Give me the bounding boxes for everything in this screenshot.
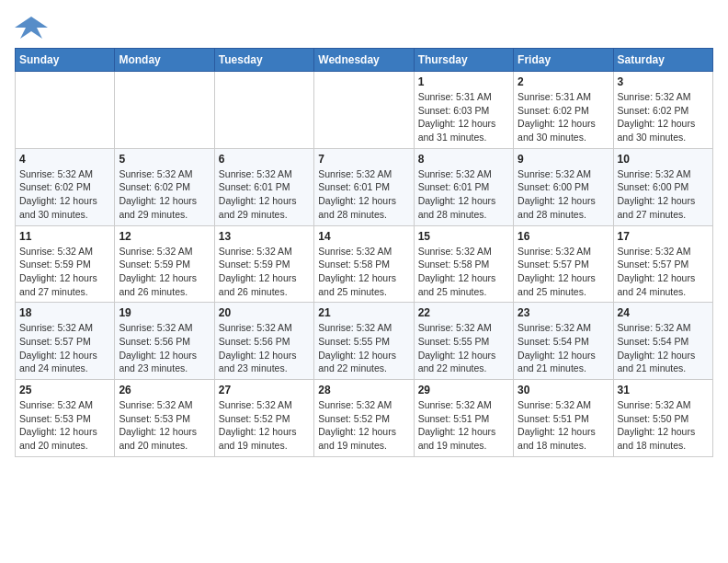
calendar-cell: 21Sunrise: 5:32 AMSunset: 5:55 PMDayligh…: [314, 303, 414, 380]
day-number: 19: [119, 306, 210, 319]
day-info: Sunrise: 5:32 AMSunset: 5:55 PMDaylight:…: [318, 321, 409, 375]
day-info: Sunrise: 5:32 AMSunset: 6:02 PMDaylight:…: [119, 167, 210, 222]
day-info: Sunrise: 5:31 AMSunset: 6:03 PMDaylight:…: [418, 90, 509, 144]
calendar-cell: 7Sunrise: 5:32 AMSunset: 6:01 PMDaylight…: [314, 148, 414, 225]
day-number: 25: [19, 384, 110, 396]
day-info: Sunrise: 5:32 AMSunset: 5:56 PMDaylight:…: [219, 321, 310, 375]
day-info: Sunrise: 5:32 AMSunset: 6:02 PMDaylight:…: [19, 167, 110, 222]
day-info: Sunrise: 5:32 AMSunset: 5:58 PMDaylight:…: [318, 245, 409, 299]
day-number: 20: [219, 306, 310, 319]
day-number: 9: [518, 153, 609, 166]
day-info: Sunrise: 5:32 AMSunset: 6:00 PMDaylight:…: [618, 167, 709, 222]
day-info: Sunrise: 5:31 AMSunset: 6:02 PMDaylight:…: [518, 90, 609, 144]
calendar-cell: 19Sunrise: 5:32 AMSunset: 5:56 PMDayligh…: [115, 303, 214, 380]
day-info: Sunrise: 5:32 AMSunset: 5:56 PMDaylight:…: [119, 321, 210, 375]
calendar-cell: 17Sunrise: 5:32 AMSunset: 5:57 PMDayligh…: [613, 225, 712, 303]
calendar-cell: 2Sunrise: 5:31 AMSunset: 6:02 PMDaylight…: [514, 72, 613, 149]
day-info: Sunrise: 5:32 AMSunset: 5:55 PMDaylight:…: [418, 321, 509, 375]
day-number: 1: [418, 75, 509, 88]
calendar-cell: 25Sunrise: 5:32 AMSunset: 5:53 PMDayligh…: [16, 380, 115, 457]
calendar-cell: 28Sunrise: 5:32 AMSunset: 5:52 PMDayligh…: [314, 380, 414, 457]
calendar-cell: 1Sunrise: 5:31 AMSunset: 6:03 PMDaylight…: [414, 72, 513, 149]
calendar-cell: [314, 72, 414, 149]
day-number: 22: [418, 306, 509, 319]
day-number: 17: [618, 230, 709, 243]
calendar-week-row: 4Sunrise: 5:32 AMSunset: 6:02 PMDaylight…: [16, 148, 713, 225]
day-number: 8: [418, 153, 509, 166]
calendar-cell: [214, 72, 313, 149]
calendar-cell: 26Sunrise: 5:32 AMSunset: 5:53 PMDayligh…: [115, 380, 214, 457]
day-number: 29: [418, 384, 509, 396]
day-info: Sunrise: 5:32 AMSunset: 6:02 PMDaylight:…: [618, 90, 709, 144]
calendar-cell: 6Sunrise: 5:32 AMSunset: 6:01 PMDaylight…: [214, 148, 313, 225]
day-number: 24: [618, 306, 709, 319]
calendar-cell: 30Sunrise: 5:32 AMSunset: 5:51 PMDayligh…: [514, 380, 613, 457]
day-info: Sunrise: 5:32 AMSunset: 5:53 PMDaylight:…: [119, 398, 210, 453]
calendar-cell: 15Sunrise: 5:32 AMSunset: 5:58 PMDayligh…: [414, 225, 513, 303]
weekday-header-saturday: Saturday: [613, 49, 712, 72]
calendar-cell: 5Sunrise: 5:32 AMSunset: 6:02 PMDaylight…: [115, 148, 214, 225]
calendar-cell: 23Sunrise: 5:32 AMSunset: 5:54 PMDayligh…: [514, 303, 613, 380]
day-number: 6: [219, 153, 310, 166]
logo-bird-icon: [15, 15, 48, 40]
day-number: 28: [318, 384, 409, 396]
calendar-week-row: 18Sunrise: 5:32 AMSunset: 5:57 PMDayligh…: [16, 303, 713, 380]
calendar-cell: 24Sunrise: 5:32 AMSunset: 5:54 PMDayligh…: [613, 303, 712, 380]
day-number: 4: [19, 153, 110, 166]
calendar-week-row: 1Sunrise: 5:31 AMSunset: 6:03 PMDaylight…: [16, 72, 713, 149]
day-info: Sunrise: 5:32 AMSunset: 5:59 PMDaylight:…: [219, 245, 310, 299]
calendar-cell: 3Sunrise: 5:32 AMSunset: 6:02 PMDaylight…: [613, 72, 712, 149]
page-header: [15, 15, 713, 40]
logo: [15, 15, 51, 40]
day-info: Sunrise: 5:32 AMSunset: 6:01 PMDaylight:…: [418, 167, 509, 222]
calendar-cell: 22Sunrise: 5:32 AMSunset: 5:55 PMDayligh…: [414, 303, 513, 380]
weekday-header-wednesday: Wednesday: [314, 49, 414, 72]
day-number: 15: [418, 230, 509, 243]
calendar-cell: 20Sunrise: 5:32 AMSunset: 5:56 PMDayligh…: [214, 303, 313, 380]
day-info: Sunrise: 5:32 AMSunset: 6:01 PMDaylight:…: [318, 167, 409, 222]
day-number: 26: [119, 384, 210, 396]
calendar-week-row: 25Sunrise: 5:32 AMSunset: 5:53 PMDayligh…: [16, 380, 713, 457]
svg-marker-0: [15, 17, 48, 39]
day-number: 31: [618, 384, 709, 396]
day-number: 7: [318, 153, 409, 166]
calendar-cell: 10Sunrise: 5:32 AMSunset: 6:00 PMDayligh…: [613, 148, 712, 225]
day-number: 11: [19, 230, 110, 243]
calendar-table: SundayMondayTuesdayWednesdayThursdayFrid…: [15, 48, 713, 457]
calendar-cell: 4Sunrise: 5:32 AMSunset: 6:02 PMDaylight…: [16, 148, 115, 225]
calendar-cell: 13Sunrise: 5:32 AMSunset: 5:59 PMDayligh…: [214, 225, 313, 303]
day-info: Sunrise: 5:32 AMSunset: 5:52 PMDaylight:…: [318, 398, 409, 453]
day-number: 21: [318, 306, 409, 319]
weekday-header-sunday: Sunday: [16, 49, 115, 72]
weekday-header-row: SundayMondayTuesdayWednesdayThursdayFrid…: [16, 49, 713, 72]
day-info: Sunrise: 5:32 AMSunset: 5:57 PMDaylight:…: [618, 245, 709, 299]
day-number: 16: [518, 230, 609, 243]
day-info: Sunrise: 5:32 AMSunset: 5:58 PMDaylight:…: [418, 245, 509, 299]
weekday-header-monday: Monday: [115, 49, 214, 72]
calendar-cell: [115, 72, 214, 149]
calendar-cell: 12Sunrise: 5:32 AMSunset: 5:59 PMDayligh…: [115, 225, 214, 303]
day-number: 13: [219, 230, 310, 243]
calendar-cell: 11Sunrise: 5:32 AMSunset: 5:59 PMDayligh…: [16, 225, 115, 303]
calendar-cell: 16Sunrise: 5:32 AMSunset: 5:57 PMDayligh…: [514, 225, 613, 303]
day-info: Sunrise: 5:32 AMSunset: 5:51 PMDaylight:…: [418, 398, 509, 453]
day-info: Sunrise: 5:32 AMSunset: 5:50 PMDaylight:…: [618, 398, 709, 453]
weekday-header-friday: Friday: [514, 49, 613, 72]
day-number: 5: [119, 153, 210, 166]
day-number: 30: [518, 384, 609, 396]
day-number: 12: [119, 230, 210, 243]
day-number: 10: [618, 153, 709, 166]
calendar-cell: 27Sunrise: 5:32 AMSunset: 5:52 PMDayligh…: [214, 380, 313, 457]
weekday-header-tuesday: Tuesday: [214, 49, 313, 72]
day-info: Sunrise: 5:32 AMSunset: 5:57 PMDaylight:…: [518, 245, 609, 299]
day-info: Sunrise: 5:32 AMSunset: 5:54 PMDaylight:…: [518, 321, 609, 375]
day-number: 3: [618, 75, 709, 88]
calendar-cell: 9Sunrise: 5:32 AMSunset: 6:00 PMDaylight…: [514, 148, 613, 225]
calendar-cell: 29Sunrise: 5:32 AMSunset: 5:51 PMDayligh…: [414, 380, 513, 457]
calendar-cell: 8Sunrise: 5:32 AMSunset: 6:01 PMDaylight…: [414, 148, 513, 225]
day-info: Sunrise: 5:32 AMSunset: 6:01 PMDaylight:…: [219, 167, 310, 222]
weekday-header-thursday: Thursday: [414, 49, 513, 72]
day-info: Sunrise: 5:32 AMSunset: 5:52 PMDaylight:…: [219, 398, 310, 453]
day-info: Sunrise: 5:32 AMSunset: 5:54 PMDaylight:…: [618, 321, 709, 375]
day-number: 27: [219, 384, 310, 396]
